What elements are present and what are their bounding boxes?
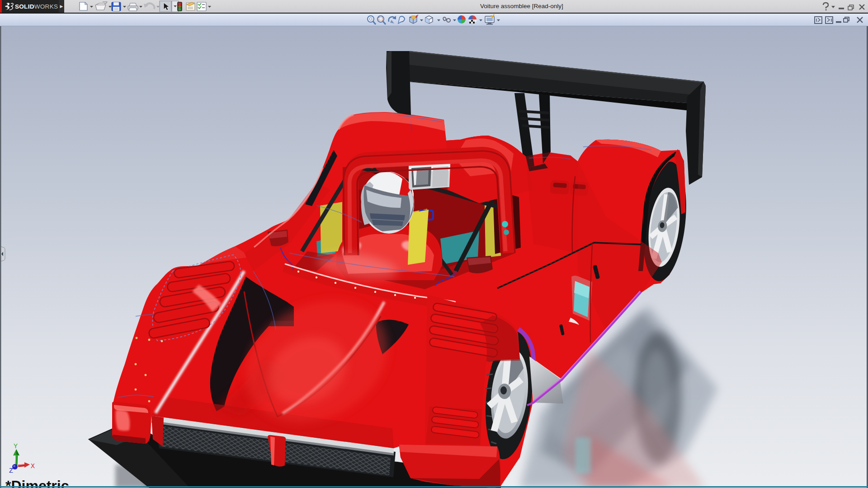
svg-text:Y: Y — [14, 443, 18, 450]
svg-text:Z: Z — [9, 467, 13, 475]
svg-text:X: X — [31, 463, 35, 470]
